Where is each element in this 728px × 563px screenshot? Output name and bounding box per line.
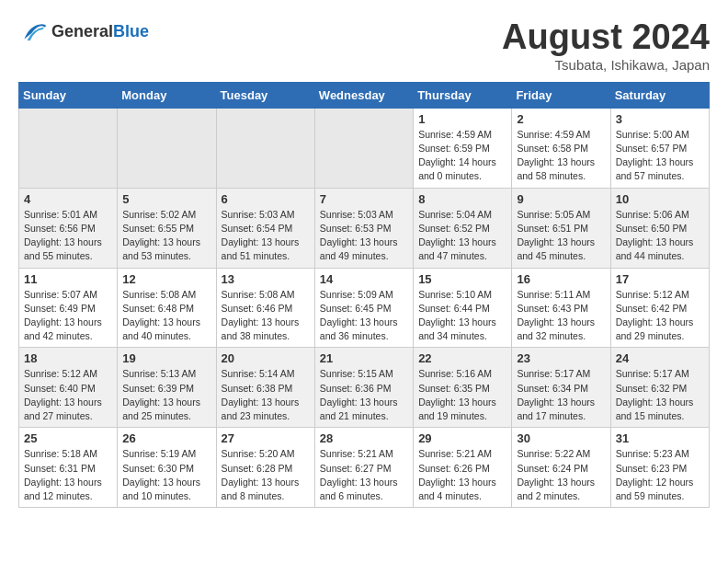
calendar-cell: 18Sunrise: 5:12 AM Sunset: 6:40 PM Dayli… [19, 348, 118, 428]
day-info: Sunrise: 5:00 AM Sunset: 6:57 PM Dayligh… [616, 128, 704, 184]
calendar-cell: 23Sunrise: 5:17 AM Sunset: 6:34 PM Dayli… [512, 348, 610, 428]
col-header-monday: Monday [118, 82, 216, 108]
day-number: 13 [222, 272, 310, 286]
day-info: Sunrise: 5:07 AM Sunset: 6:49 PM Dayligh… [24, 288, 112, 344]
calendar-cell: 11Sunrise: 5:07 AM Sunset: 6:49 PM Dayli… [19, 268, 118, 348]
day-info: Sunrise: 5:12 AM Sunset: 6:42 PM Dayligh… [616, 288, 704, 344]
logo: General Blue [18, 18, 149, 44]
day-number: 8 [418, 192, 506, 206]
day-info: Sunrise: 5:14 AM Sunset: 6:38 PM Dayligh… [222, 367, 310, 423]
col-header-wednesday: Wednesday [314, 82, 413, 108]
main-title: August 2024 [502, 18, 710, 57]
calendar-cell: 28Sunrise: 5:21 AM Sunset: 6:27 PM Dayli… [314, 428, 413, 508]
day-info: Sunrise: 5:20 AM Sunset: 6:28 PM Dayligh… [222, 447, 310, 503]
col-header-friday: Friday [512, 82, 610, 108]
calendar-cell: 24Sunrise: 5:17 AM Sunset: 6:32 PM Dayli… [610, 348, 709, 428]
calendar-cell: 19Sunrise: 5:13 AM Sunset: 6:39 PM Dayli… [118, 348, 216, 428]
day-number: 19 [122, 351, 210, 365]
calendar-cell: 14Sunrise: 5:09 AM Sunset: 6:45 PM Dayli… [314, 268, 413, 348]
day-info: Sunrise: 5:21 AM Sunset: 6:26 PM Dayligh… [418, 447, 506, 503]
day-info: Sunrise: 5:11 AM Sunset: 6:43 PM Dayligh… [517, 288, 605, 344]
calendar-cell: 4Sunrise: 5:01 AM Sunset: 6:56 PM Daylig… [19, 188, 118, 268]
day-info: Sunrise: 5:08 AM Sunset: 6:48 PM Dayligh… [122, 288, 210, 344]
day-number: 25 [24, 431, 112, 445]
calendar-cell: 29Sunrise: 5:21 AM Sunset: 6:26 PM Dayli… [414, 428, 512, 508]
day-number: 30 [517, 431, 605, 445]
day-info: Sunrise: 5:05 AM Sunset: 6:51 PM Dayligh… [517, 208, 605, 264]
calendar-cell: 10Sunrise: 5:06 AM Sunset: 6:50 PM Dayli… [610, 188, 709, 268]
logo-icon [18, 18, 48, 44]
header: General Blue August 2024 Tsubata, Ishika… [18, 18, 710, 73]
day-info: Sunrise: 5:06 AM Sunset: 6:50 PM Dayligh… [616, 208, 704, 264]
calendar-cell: 25Sunrise: 5:18 AM Sunset: 6:31 PM Dayli… [19, 428, 118, 508]
day-info: Sunrise: 5:15 AM Sunset: 6:36 PM Dayligh… [320, 367, 408, 423]
day-number: 21 [320, 351, 408, 365]
calendar-cell [314, 108, 413, 188]
calendar-cell: 9Sunrise: 5:05 AM Sunset: 6:51 PM Daylig… [512, 188, 610, 268]
calendar-table: SundayMondayTuesdayWednesdayThursdayFrid… [18, 82, 710, 508]
day-number: 16 [517, 272, 605, 286]
day-number: 18 [24, 351, 112, 365]
day-info: Sunrise: 5:03 AM Sunset: 6:53 PM Dayligh… [320, 208, 408, 264]
title-area: August 2024 Tsubata, Ishikawa, Japan [502, 18, 710, 73]
day-number: 4 [24, 192, 112, 206]
calendar-cell: 7Sunrise: 5:03 AM Sunset: 6:53 PM Daylig… [314, 188, 413, 268]
day-info: Sunrise: 5:08 AM Sunset: 6:46 PM Dayligh… [222, 288, 310, 344]
calendar-cell: 13Sunrise: 5:08 AM Sunset: 6:46 PM Dayli… [216, 268, 314, 348]
calendar-cell: 16Sunrise: 5:11 AM Sunset: 6:43 PM Dayli… [512, 268, 610, 348]
day-info: Sunrise: 5:04 AM Sunset: 6:52 PM Dayligh… [418, 208, 506, 264]
day-number: 9 [517, 192, 605, 206]
subtitle: Tsubata, Ishikawa, Japan [502, 57, 710, 73]
calendar-cell: 20Sunrise: 5:14 AM Sunset: 6:38 PM Dayli… [216, 348, 314, 428]
day-info: Sunrise: 5:01 AM Sunset: 6:56 PM Dayligh… [24, 208, 112, 264]
calendar-row-1: 4Sunrise: 5:01 AM Sunset: 6:56 PM Daylig… [19, 188, 710, 268]
day-number: 14 [320, 272, 408, 286]
day-info: Sunrise: 5:16 AM Sunset: 6:35 PM Dayligh… [418, 367, 506, 423]
logo-text-general: General [51, 22, 113, 41]
calendar-row-3: 18Sunrise: 5:12 AM Sunset: 6:40 PM Dayli… [19, 348, 710, 428]
calendar-cell: 17Sunrise: 5:12 AM Sunset: 6:42 PM Dayli… [610, 268, 709, 348]
day-info: Sunrise: 5:17 AM Sunset: 6:34 PM Dayligh… [517, 367, 605, 423]
day-number: 1 [418, 112, 506, 126]
calendar-cell: 22Sunrise: 5:16 AM Sunset: 6:35 PM Dayli… [414, 348, 512, 428]
calendar-cell: 30Sunrise: 5:22 AM Sunset: 6:24 PM Dayli… [512, 428, 610, 508]
col-header-tuesday: Tuesday [216, 82, 314, 108]
col-header-thursday: Thursday [414, 82, 512, 108]
day-number: 7 [320, 192, 408, 206]
col-header-saturday: Saturday [610, 82, 709, 108]
day-info: Sunrise: 5:21 AM Sunset: 6:27 PM Dayligh… [320, 447, 408, 503]
calendar-cell: 12Sunrise: 5:08 AM Sunset: 6:48 PM Dayli… [118, 268, 216, 348]
day-number: 26 [122, 431, 210, 445]
calendar-cell: 31Sunrise: 5:23 AM Sunset: 6:23 PM Dayli… [610, 428, 709, 508]
calendar-cell: 1Sunrise: 4:59 AM Sunset: 6:59 PM Daylig… [414, 108, 512, 188]
day-info: Sunrise: 5:18 AM Sunset: 6:31 PM Dayligh… [24, 447, 112, 503]
day-number: 15 [418, 272, 506, 286]
day-info: Sunrise: 5:23 AM Sunset: 6:23 PM Dayligh… [616, 447, 704, 503]
calendar-cell: 2Sunrise: 4:59 AM Sunset: 6:58 PM Daylig… [512, 108, 610, 188]
day-number: 24 [616, 351, 704, 365]
calendar-cell: 26Sunrise: 5:19 AM Sunset: 6:30 PM Dayli… [118, 428, 216, 508]
day-info: Sunrise: 5:12 AM Sunset: 6:40 PM Dayligh… [24, 367, 112, 423]
calendar-cell: 21Sunrise: 5:15 AM Sunset: 6:36 PM Dayli… [314, 348, 413, 428]
col-header-sunday: Sunday [19, 82, 118, 108]
day-number: 29 [418, 431, 506, 445]
day-number: 6 [222, 192, 310, 206]
day-info: Sunrise: 4:59 AM Sunset: 6:58 PM Dayligh… [517, 128, 605, 184]
day-number: 3 [616, 112, 704, 126]
day-info: Sunrise: 5:09 AM Sunset: 6:45 PM Dayligh… [320, 288, 408, 344]
calendar-cell [118, 108, 216, 188]
day-info: Sunrise: 5:02 AM Sunset: 6:55 PM Dayligh… [122, 208, 210, 264]
day-number: 22 [418, 351, 506, 365]
calendar-cell: 27Sunrise: 5:20 AM Sunset: 6:28 PM Dayli… [216, 428, 314, 508]
day-number: 11 [24, 272, 112, 286]
calendar-cell: 3Sunrise: 5:00 AM Sunset: 6:57 PM Daylig… [610, 108, 709, 188]
day-number: 27 [222, 431, 310, 445]
calendar-cell: 6Sunrise: 5:03 AM Sunset: 6:54 PM Daylig… [216, 188, 314, 268]
day-number: 31 [616, 431, 704, 445]
day-info: Sunrise: 5:17 AM Sunset: 6:32 PM Dayligh… [616, 367, 704, 423]
day-number: 23 [517, 351, 605, 365]
day-number: 10 [616, 192, 704, 206]
day-number: 12 [122, 272, 210, 286]
calendar-row-0: 1Sunrise: 4:59 AM Sunset: 6:59 PM Daylig… [19, 108, 710, 188]
calendar-cell: 15Sunrise: 5:10 AM Sunset: 6:44 PM Dayli… [414, 268, 512, 348]
